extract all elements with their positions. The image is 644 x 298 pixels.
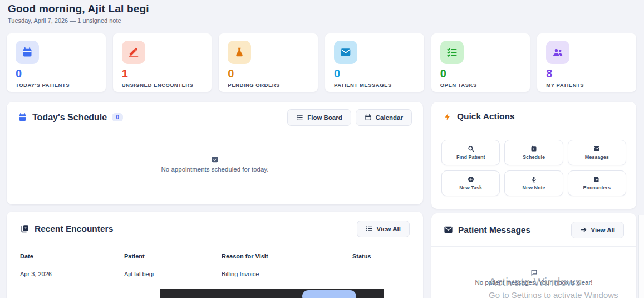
stat-card-todays-patients[interactable]: 0 TODAY'S PATIENTS xyxy=(7,33,106,92)
column-header-patient: Patient xyxy=(124,253,222,260)
flow-board-button[interactable]: Flow Board xyxy=(287,109,351,126)
page-subtitle: Tuesday, April 7, 2026 — 1 unsigned note xyxy=(8,17,121,24)
find-patient-button[interactable]: Find Patient xyxy=(441,140,500,165)
scrollbar-track[interactable] xyxy=(638,215,644,298)
stat-value: 0 xyxy=(16,68,97,79)
stat-value: 8 xyxy=(546,68,627,79)
table-row[interactable]: Apr 3, 2026 Ajit lal begi Billing Invoic… xyxy=(20,265,410,277)
chat-bubble-icon xyxy=(530,269,538,276)
column-header-status: Status xyxy=(352,253,410,260)
quick-actions-panel: Quick Actions Find Patient Schedule Mess… xyxy=(431,102,636,209)
quick-action-label: New Note xyxy=(522,185,545,190)
stat-value: 0 xyxy=(440,68,522,79)
calendar-plus-icon xyxy=(530,145,537,152)
quick-action-label: New Task xyxy=(459,185,482,190)
stat-value: 1 xyxy=(122,68,203,79)
recent-encounters-title: Recent Encounters xyxy=(35,224,113,234)
recent-encounters-panel: Recent Encounters View All Date Patient … xyxy=(7,212,423,298)
overlay-pill-button[interactable] xyxy=(302,290,356,298)
flask-icon xyxy=(228,41,251,64)
search-icon xyxy=(468,145,474,152)
list-icon xyxy=(296,114,303,121)
quick-actions-grid: Find Patient Schedule Messages New Task … xyxy=(431,131,636,204)
envelope-icon xyxy=(593,145,600,152)
schedule-count-badge: 0 xyxy=(112,113,123,121)
stat-label: TODAY'S PATIENTS xyxy=(16,82,97,88)
quick-actions-title: Quick Actions xyxy=(457,111,515,121)
page-title: Good morning, Ajit Lal begi xyxy=(8,3,149,15)
copy-plus-icon xyxy=(20,224,30,233)
schedule-button[interactable]: Schedule xyxy=(504,140,563,165)
calendar-view-label: Calendar xyxy=(376,114,403,121)
calendar-check-icon xyxy=(211,155,219,163)
messages-view-all-button[interactable]: View All xyxy=(571,222,624,238)
messages-empty-text: No patient messages. Your inbox is clear… xyxy=(475,279,593,286)
todays-schedule-panel: Today's Schedule 0 Flow Board Calendar N… xyxy=(7,102,423,204)
checklist-icon xyxy=(440,41,464,64)
quick-action-label: Schedule xyxy=(523,154,545,160)
encounters-button[interactable]: Encounters xyxy=(568,170,626,196)
stat-card-unsigned-encounters[interactable]: 1 UNSIGNED ENCOUNTERS xyxy=(113,33,212,92)
stat-value: 0 xyxy=(228,68,309,79)
overlay-toolbar xyxy=(160,289,384,298)
stat-label: PATIENT MESSAGES xyxy=(334,82,415,88)
lightning-bolt-icon xyxy=(444,113,452,121)
encounters-view-all-button[interactable]: View All xyxy=(357,221,410,237)
users-icon xyxy=(546,41,569,64)
column-header-reason: Reason for Visit xyxy=(222,253,352,260)
calendar-icon xyxy=(18,113,27,122)
envelope-icon xyxy=(444,225,453,235)
stat-card-patient-messages[interactable]: 0 PATIENT MESSAGES xyxy=(325,33,424,92)
patient-messages-title: Patient Messages xyxy=(458,225,530,235)
schedule-empty-state: No appointments scheduled for today. xyxy=(7,133,423,173)
stat-label: OPEN TASKS xyxy=(440,82,522,88)
stat-card-pending-orders[interactable]: 0 PENDING ORDERS xyxy=(219,33,318,92)
schedule-empty-text: No appointments scheduled for today. xyxy=(161,166,269,173)
stat-label: UNSIGNED ENCOUNTERS xyxy=(122,82,203,88)
stat-value: 0 xyxy=(334,68,415,79)
quick-action-label: Messages xyxy=(585,154,609,160)
calendar-icon xyxy=(16,41,39,64)
view-all-label: View All xyxy=(591,227,615,233)
cell-date: Apr 3, 2026 xyxy=(20,271,124,277)
stats-row: 0 TODAY'S PATIENTS 1 UNSIGNED ENCOUNTERS… xyxy=(7,33,636,92)
stat-label: MY PATIENTS xyxy=(546,82,627,88)
new-note-button[interactable]: New Note xyxy=(504,170,563,196)
cell-patient: Ajit lal begi xyxy=(124,271,222,277)
list-icon xyxy=(366,225,373,232)
file-plus-icon xyxy=(593,176,600,183)
stat-card-open-tasks[interactable]: 0 OPEN TASKS xyxy=(431,33,530,92)
envelope-icon xyxy=(334,41,357,64)
stat-card-my-patients[interactable]: 8 MY PATIENTS xyxy=(537,33,636,92)
cell-reason: Billing Invoice xyxy=(222,271,352,277)
messages-button[interactable]: Messages xyxy=(568,140,626,165)
dashboard-page: Good morning, Ajit Lal begi Tuesday, Apr… xyxy=(0,0,644,298)
plus-circle-icon xyxy=(468,176,474,183)
quick-action-label: Find Patient xyxy=(456,154,485,160)
patient-messages-panel: Patient Messages View All No patient mes… xyxy=(431,213,636,298)
flow-board-label: Flow Board xyxy=(307,114,342,121)
stat-label: PENDING ORDERS xyxy=(228,82,309,88)
signature-icon xyxy=(122,41,145,64)
arrow-right-icon xyxy=(580,226,587,233)
quick-action-label: Encounters xyxy=(583,185,611,190)
view-all-label: View All xyxy=(377,226,401,232)
cell-status xyxy=(352,271,410,277)
microphone-icon xyxy=(530,176,537,183)
schedule-title: Today's Schedule xyxy=(32,113,107,123)
messages-empty-state: No patient messages. Your inbox is clear… xyxy=(431,247,636,286)
calendar-view-button[interactable]: Calendar xyxy=(356,109,412,126)
table-header-row: Date Patient Reason for Visit Status xyxy=(20,253,410,265)
column-header-date: Date xyxy=(20,253,124,260)
encounters-table: Date Patient Reason for Visit Status Apr… xyxy=(7,246,423,277)
new-task-button[interactable]: New Task xyxy=(441,170,500,196)
calendar-icon xyxy=(365,114,372,121)
